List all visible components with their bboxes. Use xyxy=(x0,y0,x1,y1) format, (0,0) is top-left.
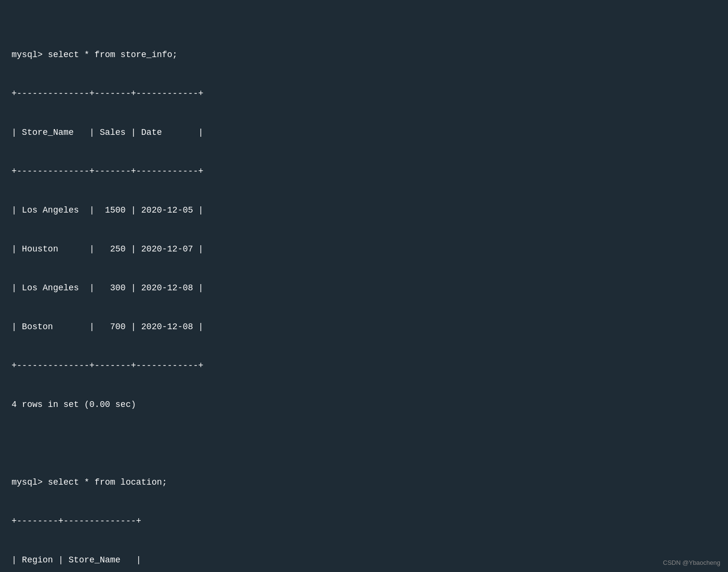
terminal-window: mysql> select * from store_info; +------… xyxy=(12,10,716,572)
table1-row1: | Los Angeles | 1500 | 2020-12-05 | xyxy=(12,204,716,217)
watermark: CSDN @Ybaocheng xyxy=(663,559,720,566)
table1-border-top: +--------------+-------+------------+ xyxy=(12,87,716,100)
table2-header: | Region | Store_Name | xyxy=(12,554,716,567)
blank1 xyxy=(12,437,716,450)
query1-prompt: mysql> select * from store_info; xyxy=(12,48,716,61)
table1-border-bot: +--------------+-------+------------+ xyxy=(12,359,716,372)
table1-row2: | Houston | 250 | 2020-12-07 | xyxy=(12,243,716,256)
table1-header-sep: +--------------+-------+------------+ xyxy=(12,165,716,178)
table1-header: | Store_Name | Sales | Date | xyxy=(12,126,716,139)
table1-row4: | Boston | 700 | 2020-12-08 | xyxy=(12,321,716,334)
table1-rowcount: 4 rows in set (0.00 sec) xyxy=(12,398,716,411)
table1-row3: | Los Angeles | 300 | 2020-12-08 | xyxy=(12,282,716,295)
query2-prompt: mysql> select * from location; xyxy=(12,476,716,489)
table2-border-top: +--------+--------------+ xyxy=(12,515,716,528)
